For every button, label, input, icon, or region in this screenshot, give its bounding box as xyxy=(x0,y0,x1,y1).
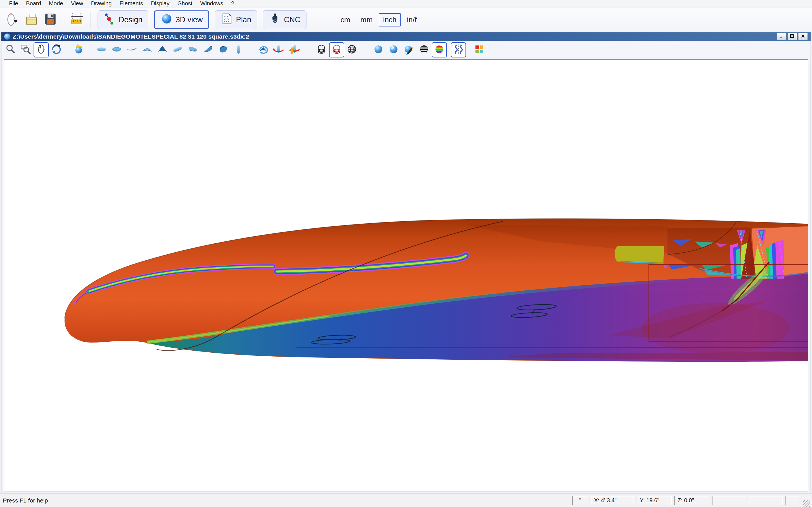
menu-ghost[interactable]: Ghost xyxy=(173,0,196,7)
unit-inch[interactable]: inch xyxy=(378,13,401,26)
pan-tool[interactable] xyxy=(34,42,49,57)
status-unit: " xyxy=(572,496,588,505)
pan-hand-icon xyxy=(35,43,47,56)
view3d-mode-button[interactable]: 3D view xyxy=(154,10,209,29)
zoom-tool[interactable] xyxy=(3,42,18,57)
board-3d-render[interactable] xyxy=(4,60,808,491)
status-x-coordinate: X: 4' 3.4" xyxy=(591,496,634,505)
status-empty-panel xyxy=(785,496,799,505)
view-tail-icon xyxy=(156,43,168,56)
open-folder-icon xyxy=(24,12,39,27)
menu-board[interactable]: Board xyxy=(22,0,45,7)
display-curvature-map-icon xyxy=(434,43,445,56)
status-empty-panel xyxy=(749,496,783,505)
view-three-quarter-2-button[interactable] xyxy=(216,42,231,57)
render-light-tool[interactable] xyxy=(71,42,87,57)
menu-drawing[interactable]: Drawing xyxy=(87,0,116,7)
color-palette-icon xyxy=(473,43,485,56)
rotate-flip-button[interactable] xyxy=(286,42,301,57)
symmetry-toggle-button[interactable] xyxy=(451,42,466,57)
main-toolbar: Design 3D view Plan CNC xyxy=(0,8,812,32)
menu-file[interactable]: File xyxy=(5,0,22,7)
view-perspective-deck-icon xyxy=(172,43,184,56)
menu-mode[interactable]: Mode xyxy=(45,0,67,7)
view-top-button[interactable] xyxy=(94,42,109,57)
display-shaded-icon xyxy=(372,43,384,56)
display-zebra-button[interactable] xyxy=(416,42,432,57)
display-wireframe-button[interactable] xyxy=(314,42,329,57)
toolbar-separator xyxy=(64,11,64,28)
display-wireframe-icon xyxy=(315,43,327,56)
document-title: Z:\Users\dennery\Downloads\SANDIEGOMOTEL… xyxy=(13,33,777,40)
view-bottom-icon xyxy=(111,43,123,56)
display-curvature-map-button[interactable] xyxy=(432,42,447,57)
document-icon xyxy=(4,34,10,40)
rotate-yaw-icon xyxy=(273,43,285,56)
dimensions-icon xyxy=(70,12,85,27)
design-nodes-icon xyxy=(103,13,116,27)
display-wireframe-curvature-icon xyxy=(331,43,343,56)
view-bottom-button[interactable] xyxy=(109,42,124,57)
unit-inf[interactable]: in/f xyxy=(403,13,421,26)
view-perspective-bottom-icon xyxy=(187,43,199,56)
new-board-button[interactable] xyxy=(5,11,21,29)
close-icon xyxy=(801,34,806,40)
display-shaded-edit-button[interactable] xyxy=(401,42,416,57)
design-mode-button[interactable]: Design xyxy=(98,10,148,29)
toolbar-separator xyxy=(91,11,91,28)
minimize-icon xyxy=(779,34,784,40)
display-shaded-alt-button[interactable] xyxy=(386,42,401,57)
display-shaded-button[interactable] xyxy=(371,42,386,57)
plan-mode-button[interactable]: Plan xyxy=(215,10,257,29)
rotate-3d-tool[interactable] xyxy=(49,42,64,57)
viewport-canvas[interactable] xyxy=(4,59,808,492)
plan-doc-icon xyxy=(221,13,233,27)
save-button[interactable] xyxy=(42,11,59,29)
status-bar: Press F1 for help " X: 4' 3.4" Y: 19.6" … xyxy=(0,494,812,507)
status-help-text: Press F1 for help xyxy=(0,497,569,504)
render-light-icon xyxy=(73,43,85,56)
minimize-button[interactable] xyxy=(777,33,786,40)
display-wireframe-curvature-button[interactable] xyxy=(329,42,344,57)
unit-toggle-group: cm mm inch in/f xyxy=(336,13,421,26)
view-three-quarter-2-icon xyxy=(217,43,229,56)
cnc-mode-label: CNC xyxy=(284,15,301,24)
menu-help[interactable]: ? xyxy=(227,0,238,7)
menu-windows[interactable]: Windows xyxy=(196,0,227,7)
view-front-button[interactable] xyxy=(231,42,246,57)
unit-mm[interactable]: mm xyxy=(356,13,377,26)
menu-view[interactable]: View xyxy=(67,0,87,7)
rotate-yaw-button[interactable] xyxy=(271,42,286,57)
close-button[interactable] xyxy=(798,33,808,40)
unit-cm[interactable]: cm xyxy=(336,13,355,26)
view-toolbar xyxy=(1,41,811,59)
rotate-flip-icon xyxy=(288,43,300,56)
view-three-quarter-1-button[interactable] xyxy=(200,42,216,57)
view-tail-button[interactable] xyxy=(155,42,170,57)
view-perspective-bottom-button[interactable] xyxy=(185,42,200,57)
document-window: Z:\Users\dennery\Downloads\SANDIEGOMOTEL… xyxy=(1,32,811,493)
dimensions-button[interactable] xyxy=(69,11,86,29)
rotate-pitch-button[interactable] xyxy=(256,42,271,57)
view3d-mode-label: 3D view xyxy=(175,15,203,24)
document-title-bar[interactable]: Z:\Users\dennery\Downloads\SANDIEGOMOTEL… xyxy=(1,33,811,41)
view-nose-button[interactable] xyxy=(140,42,155,57)
view-nose-icon xyxy=(141,43,153,56)
menu-display[interactable]: Display xyxy=(147,0,173,7)
display-mesh-icon xyxy=(346,43,358,56)
view-perspective-deck-button[interactable] xyxy=(170,42,185,57)
maximize-button[interactable] xyxy=(788,33,797,40)
open-button[interactable] xyxy=(24,11,40,29)
display-zebra-icon xyxy=(418,43,430,56)
display-mesh-button[interactable] xyxy=(344,42,359,57)
sphere-3d-icon xyxy=(160,13,173,27)
symmetry-icon xyxy=(453,43,464,56)
menu-elements[interactable]: Elements xyxy=(116,0,147,7)
resize-grip[interactable] xyxy=(803,500,810,507)
cnc-mode-button[interactable]: CNC xyxy=(263,10,306,29)
zoom-window-tool[interactable] xyxy=(18,42,34,57)
color-palette-button[interactable] xyxy=(472,42,487,57)
plan-mode-label: Plan xyxy=(236,15,251,24)
maximize-icon xyxy=(790,34,795,40)
view-rocker-button[interactable] xyxy=(124,42,140,57)
